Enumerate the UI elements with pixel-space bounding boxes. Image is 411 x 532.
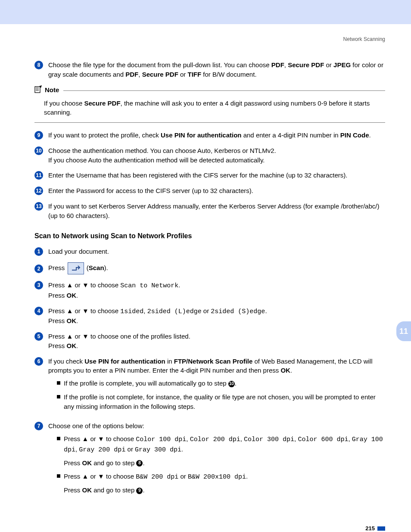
- text: ,: [348, 435, 352, 442]
- bold: OK: [82, 459, 92, 467]
- chapter-tab: 11: [396, 321, 411, 341]
- step-b6: 6 If you check Use PIN for authenticatio…: [34, 357, 385, 416]
- step-b3: 3 Press ▲ or ▼ to choose Scan to Network…: [34, 280, 385, 300]
- bold: TIFF: [188, 71, 202, 78]
- text: or: [178, 71, 188, 78]
- square-bullet-icon: [57, 381, 60, 385]
- subheading: Scan to Network using Scan to Network Pr…: [34, 232, 385, 240]
- step-bullet: 10: [34, 146, 43, 155]
- bold: Secure PDF: [84, 100, 120, 107]
- bold: OK: [67, 317, 77, 324]
- footer-bar-icon: [377, 526, 385, 531]
- bold: OK: [82, 486, 92, 494]
- step-body: If you want to set Kerberos Server Addre…: [48, 202, 385, 221]
- text: .: [246, 473, 248, 480]
- step-body: If you want to protect the profile, chec…: [48, 131, 385, 140]
- sub-item: Press ▲ or ▼ to choose B&W 200 dpi or B&…: [57, 472, 385, 495]
- bold: OK: [67, 292, 77, 299]
- text: Choose the file type for the document fr…: [48, 61, 271, 68]
- text: Choose one of the options below:: [48, 422, 144, 429]
- step-bullet: 6: [34, 357, 43, 366]
- note-rule: [63, 90, 385, 91]
- sub-item: If the profile is complete, you will aut…: [57, 379, 385, 388]
- step-body: Enter the Username that has been registe…: [48, 171, 385, 180]
- step-b4: 4 Press ▲ or ▼ to choose 1sided, 2sided …: [34, 306, 385, 326]
- text: Press ▲ or ▼ to choose one of the profil…: [48, 333, 190, 340]
- text: .: [143, 486, 144, 494]
- bold: PDF: [271, 61, 284, 68]
- mono: Color 100 dpi: [136, 436, 186, 443]
- step-ref-icon: 8: [136, 460, 143, 467]
- text: or: [178, 473, 188, 480]
- text: and enter a 4-digit PIN number in: [242, 131, 340, 139]
- square-bullet-icon: [57, 474, 60, 478]
- bold: Use PIN for authentication: [84, 358, 165, 365]
- bold: PIN Code: [340, 131, 369, 139]
- text: .: [369, 131, 371, 139]
- note-box: Note If you choose Secure PDF, the machi…: [34, 85, 385, 123]
- mono: B&W 200 dpi: [136, 473, 178, 481]
- text: and go to step: [92, 486, 136, 494]
- note-icon: [34, 85, 42, 94]
- text: for B/W document.: [201, 71, 256, 78]
- top-band: [0, 0, 411, 24]
- text: If you choose: [44, 100, 84, 107]
- mono: 2sided (S)edge: [211, 308, 265, 315]
- sub-item: If the profile is not complete, for inst…: [57, 392, 385, 411]
- step-b7: 7 Choose one of the options below: Press…: [34, 421, 385, 499]
- page-footer: 215: [34, 525, 385, 532]
- note-body: If you choose Secure PDF, the machine wi…: [34, 97, 385, 123]
- step-bullet: 7: [34, 422, 43, 430]
- step-ref-icon: 10: [228, 381, 235, 387]
- mono: Scan to Network: [120, 282, 178, 289]
- bold: OK: [67, 342, 77, 349]
- step-body: Choose one of the options below: Press ▲…: [48, 421, 385, 499]
- sub-list: Press ▲ or ▼ to choose Color 100 dpi, Co…: [57, 434, 385, 495]
- sub-text: Press ▲ or ▼ to choose B&W 200 dpi or B&…: [64, 472, 248, 495]
- text: If the profile is complete, you will aut…: [64, 380, 228, 387]
- bold: JPEG: [333, 61, 351, 68]
- step-bullet: 13: [34, 202, 43, 211]
- step-bullet: 2: [34, 264, 43, 273]
- text: Press ▲ or ▼ to choose: [64, 435, 136, 442]
- text: Choose the authentication method. You ca…: [48, 147, 276, 154]
- text: .: [143, 459, 144, 467]
- step-body: Press ▲ or ▼ to choose one of the profil…: [48, 332, 385, 351]
- text: Press: [48, 292, 67, 299]
- text: .: [181, 445, 183, 453]
- text: .: [76, 292, 78, 299]
- bold: Scan: [89, 264, 104, 271]
- step-bullet: 9: [34, 131, 43, 140]
- text: Press ▲ or ▼ to choose: [64, 473, 136, 480]
- scan-key-icon: [68, 262, 84, 274]
- step-11: 11 Enter the Username that has been regi…: [34, 171, 385, 180]
- step-b1: 1 Load your document.: [34, 247, 385, 256]
- note-header: Note: [34, 85, 385, 94]
- step-body: If you check Use PIN for authentication …: [48, 357, 385, 416]
- mono: Color 200 dpi: [190, 436, 240, 443]
- step-bullet: 12: [34, 187, 43, 195]
- text: .: [265, 307, 267, 314]
- square-bullet-icon: [57, 395, 60, 398]
- svg-rect-0: [35, 87, 40, 93]
- text: Press: [48, 342, 67, 349]
- text: (: [85, 264, 89, 271]
- step-body: Press (Scan).: [48, 262, 385, 274]
- step-12: 12 Enter the Password for access to the …: [34, 186, 385, 196]
- page-header-section: Network Scanning: [34, 36, 385, 42]
- sub-list: If the profile is complete, you will aut…: [57, 379, 385, 411]
- step-body: Enter the Password for access to the CIF…: [48, 186, 385, 196]
- step-bullet: 5: [34, 332, 43, 341]
- text: in: [165, 358, 174, 365]
- text: ,: [138, 71, 142, 78]
- step-ref-icon: 9: [136, 488, 143, 494]
- text: or: [125, 445, 135, 453]
- step-10: 10 Choose the authentication method. You…: [34, 146, 385, 165]
- text: or: [324, 61, 333, 68]
- mono: Color 300 dpi: [244, 436, 294, 443]
- text: Press: [48, 264, 67, 271]
- text: Press: [64, 459, 82, 467]
- step-body: Choose the authentication method. You ca…: [48, 146, 385, 165]
- step-b2: 2 Press (Scan).: [34, 262, 385, 274]
- bold: FTP/Network Scan Profile: [174, 358, 253, 365]
